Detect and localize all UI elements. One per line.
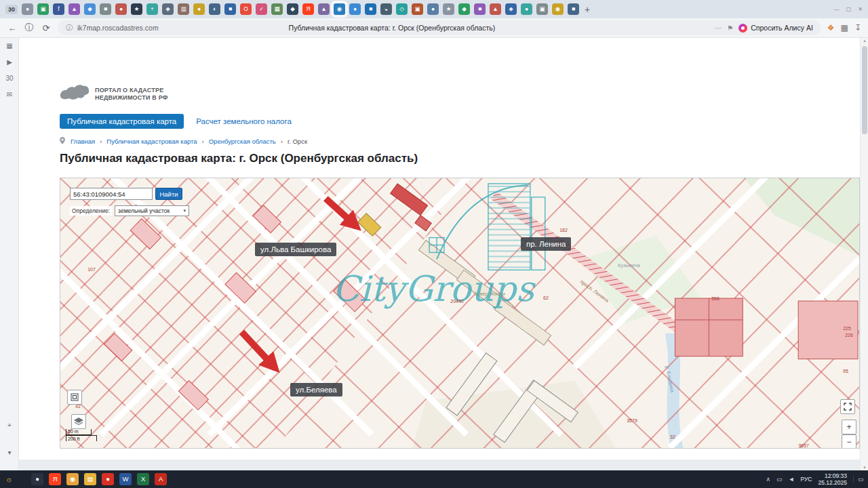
tab-public-map[interactable]: Публичная кадастровая карта xyxy=(60,114,184,129)
browser-tab[interactable]: ● xyxy=(427,3,439,15)
zoom-in-button[interactable]: + xyxy=(842,420,856,434)
browser-tab[interactable]: ◈ xyxy=(162,3,174,15)
browser-tab[interactable]: ● xyxy=(349,3,361,15)
bookmark-icon[interactable]: ⚑ xyxy=(727,24,733,32)
browser-tab[interactable]: ■ xyxy=(100,3,111,15)
ask-alice-button[interactable]: Спросить Алису AI xyxy=(738,24,813,33)
more-icon[interactable]: ⋯ xyxy=(715,24,722,32)
browser-tab[interactable]: ● xyxy=(521,3,532,15)
browser-tab[interactable]: О xyxy=(240,3,252,15)
browser-tab[interactable]: ◒ xyxy=(380,3,392,15)
object-type-select[interactable]: земельный участок xyxy=(115,205,189,216)
cadastral-map: CityGroups 20440621825582252263579365795… xyxy=(60,178,860,449)
map-canvas[interactable]: CityGroups xyxy=(60,178,859,448)
browser-tab[interactable]: ■ xyxy=(474,3,486,15)
browser-tab[interactable]: ◐ xyxy=(209,3,220,15)
side-panel-icon[interactable]: ▦ xyxy=(0,42,19,49)
browser-tab[interactable]: ★ xyxy=(131,3,142,15)
fullscreen-button[interactable] xyxy=(840,399,855,414)
browser-tab[interactable]: ◇ xyxy=(396,3,408,15)
tab-favicon-icon: ■ xyxy=(478,6,481,12)
browser-tab[interactable]: f xyxy=(53,3,64,15)
taskbar: ☼ ●Я◉▤●WXA ∧▭◄ РУС 12:09:33 25.12.2025 ▭ xyxy=(0,470,868,488)
site-info-icon[interactable]: ⓘ xyxy=(24,22,35,34)
tray-icon[interactable]: ∧ xyxy=(766,476,770,483)
browser-tab[interactable]: ▣ xyxy=(412,3,423,15)
browser-tab[interactable]: ▥ xyxy=(178,3,189,15)
taskbar-app-icon[interactable]: Я xyxy=(49,473,61,485)
extension-icon[interactable]: ❖ xyxy=(827,23,835,33)
tab-favicon-icon: ● xyxy=(431,6,435,12)
tray-icon[interactable]: ▭ xyxy=(776,476,783,483)
side-panel-icon[interactable]: ✉ xyxy=(0,91,19,98)
taskbar-app-icon[interactable]: ◉ xyxy=(66,473,79,485)
taskbar-app-icon[interactable]: W xyxy=(119,473,132,485)
new-tab-button[interactable]: + xyxy=(585,4,590,15)
map-view-button[interactable] xyxy=(67,390,82,405)
reload-icon[interactable]: ⟳ xyxy=(41,23,52,33)
browser-tab[interactable]: ◉ xyxy=(334,3,345,15)
browser-tab[interactable]: ■ xyxy=(224,3,236,15)
weather-icon[interactable]: ☼ xyxy=(5,475,12,483)
side-panel-icon[interactable]: + xyxy=(0,422,19,429)
taskbar-app-icon[interactable]: ▤ xyxy=(84,473,96,485)
tiles-icon[interactable]: ▦ xyxy=(841,23,848,33)
taskbar-app-icon[interactable]: ● xyxy=(31,473,43,485)
browser-tab[interactable]: ▦ xyxy=(271,3,283,15)
tab-favicon-icon: + xyxy=(151,6,154,12)
browser-tab[interactable]: ◈ xyxy=(505,3,517,15)
download-icon[interactable]: ↧ xyxy=(854,23,861,33)
cadastral-search-input[interactable] xyxy=(70,188,153,200)
breadcrumb-item[interactable]: Главная xyxy=(71,138,95,145)
tray-icon[interactable]: ◄ xyxy=(789,476,795,483)
zoom-out-button[interactable]: − xyxy=(842,434,856,449)
side-panel-icon[interactable]: 30 xyxy=(0,75,19,82)
browser-tab[interactable]: ■ xyxy=(568,3,579,15)
side-panel-icon[interactable]: ▶ xyxy=(0,58,19,66)
browser-tab[interactable]: ▣ xyxy=(37,3,49,15)
window-control-button[interactable]: ✕ xyxy=(858,6,863,12)
browser-tab[interactable]: Я xyxy=(302,3,314,15)
browser-tab[interactable]: ◆ xyxy=(458,3,470,15)
scroll-down-icon[interactable]: ▼ xyxy=(861,466,868,470)
browser-tab[interactable]: ● xyxy=(193,3,205,15)
breadcrumb-item[interactable]: Оренбургская область xyxy=(197,138,276,145)
browser-tab[interactable]: ● xyxy=(115,3,127,15)
scrollbar-thumb[interactable] xyxy=(862,46,867,134)
breadcrumb-item[interactable]: г. Орск xyxy=(276,138,307,145)
browser-tab[interactable]: + xyxy=(146,3,158,15)
browser-tab[interactable]: ▲ xyxy=(318,3,330,15)
browser-tab[interactable]: ● xyxy=(22,3,33,15)
clock[interactable]: 12:09:33 25.12.2025 xyxy=(818,472,847,486)
taskbar-app-icon[interactable]: A xyxy=(155,473,167,485)
browser-tab[interactable]: ■ xyxy=(365,3,376,15)
breadcrumb-item[interactable]: Публичная кадастровая карта xyxy=(95,138,197,145)
browser-tab[interactable]: ▣ xyxy=(536,3,548,15)
browser-tab[interactable]: ★ xyxy=(443,3,454,15)
side-panel-icon[interactable]: ▾ xyxy=(0,449,19,456)
browser-tab[interactable]: ◆ xyxy=(287,3,298,15)
browser-tab[interactable]: ✓ xyxy=(256,3,267,15)
tab-favicon-icon: ▥ xyxy=(181,6,186,12)
app-glyph-icon: Я xyxy=(53,476,58,483)
notifications-icon[interactable]: ▭ xyxy=(853,476,863,483)
browser-tab[interactable]: ▲ xyxy=(490,3,501,15)
browser-tab[interactable]: ◆ xyxy=(84,3,96,15)
layers-button[interactable] xyxy=(71,414,86,429)
browser-tab[interactable]: ▲ xyxy=(68,3,80,15)
tab-counter-badge[interactable]: 30 xyxy=(5,5,18,14)
back-icon[interactable]: ← xyxy=(7,23,18,33)
window-control-button[interactable]: — xyxy=(834,6,840,12)
find-button[interactable]: Найти xyxy=(155,188,182,200)
taskbar-app-icon[interactable]: X xyxy=(137,473,149,485)
address-bar[interactable]: ⓘ ik7map.roscadastres.com Публичная када… xyxy=(58,20,821,35)
page-scrollbar[interactable]: ▲ ▼ xyxy=(860,38,868,470)
taskbar-app-icon[interactable]: ● xyxy=(102,473,114,485)
tab-land-tax[interactable]: Расчет земельного налога xyxy=(196,117,292,125)
browser-tabstrip: 30 ●▣f▲◆■●★+◈▥●◐■О✓▦◆Я▲◉●■◒◇▣●★◆■▲◈●▣◉■ … xyxy=(0,0,868,18)
scroll-up-icon[interactable]: ▲ xyxy=(861,39,868,43)
window-control-button[interactable]: ▢ xyxy=(846,6,852,12)
browser-tab[interactable]: ◉ xyxy=(552,3,564,15)
tab-favicon-icon: ◆ xyxy=(462,6,467,12)
language-indicator[interactable]: РУС xyxy=(800,476,812,483)
